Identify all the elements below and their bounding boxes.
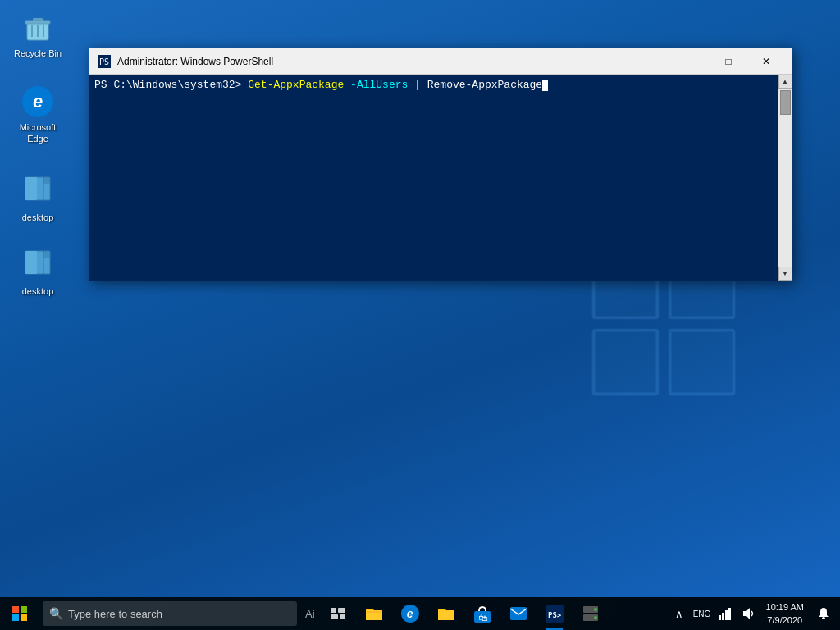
notification-icon: [818, 607, 829, 620]
recycle-bin-label: Recycle Bin: [14, 48, 62, 59]
ps-cursor: [542, 80, 548, 91]
svg-rect-46: [722, 613, 724, 620]
notification-button[interactable]: [810, 597, 837, 630]
ps-prompt: PS C:\Windows\system32>: [94, 79, 241, 91]
volume-icon[interactable]: [737, 597, 760, 630]
powershell-content: PS C:\Windows\system32> Get-AppxPackage …: [89, 75, 792, 281]
desktop-icon-file-1[interactable]: desktop: [8, 172, 67, 226]
taskbar-icon-store[interactable]: 🛍: [464, 597, 500, 630]
svg-rect-38: [510, 607, 527, 620]
desktop-icon-edge[interactable]: e MicrosoftEdge: [8, 82, 67, 148]
edge-taskbar-icon: e: [401, 605, 419, 623]
close-button[interactable]: ✕: [747, 48, 785, 75]
system-tray: ∧ ENG 10:19 AM 7/9/2020: [668, 597, 840, 630]
taskbar-icon-edge[interactable]: e: [392, 597, 428, 630]
file-explorer-icon-2: [437, 605, 455, 622]
language-label: ENG: [693, 609, 711, 619]
task-view-button[interactable]: [320, 597, 356, 630]
edge-label: MicrosoftEdge: [20, 121, 57, 145]
taskbar: 🔍 Type here to search Ai e: [0, 597, 840, 630]
powershell-title-icon: PS: [96, 53, 112, 70]
ps-command-main: Get-AppxPackage: [248, 79, 344, 91]
svg-rect-28: [12, 614, 19, 621]
edge-icon: e: [21, 85, 54, 118]
language-indicator[interactable]: ENG: [691, 597, 714, 630]
powershell-terminal[interactable]: PS C:\Windows\system32> Get-AppxPackage …: [89, 75, 778, 281]
search-box[interactable]: 🔍 Type here to search: [43, 601, 297, 626]
svg-text:PS>: PS>: [548, 611, 562, 619]
svg-rect-47: [725, 610, 728, 620]
powershell-title-text: Administrator: Windows PowerShell: [117, 56, 672, 67]
powershell-window: PS Administrator: Windows PowerShell — □…: [89, 48, 792, 281]
svg-rect-30: [331, 608, 336, 613]
svg-rect-27: [21, 606, 27, 613]
svg-rect-50: [822, 617, 825, 619]
svg-rect-20: [25, 251, 37, 274]
desktop-file-label-1: desktop: [22, 212, 54, 223]
maximize-button[interactable]: □: [710, 48, 747, 75]
svg-rect-7: [670, 331, 734, 395]
svg-rect-10: [33, 18, 43, 21]
svg-text:🛍: 🛍: [478, 613, 488, 623]
task-view-icon: [331, 608, 345, 619]
svg-rect-26: [12, 606, 19, 613]
svg-rect-31: [338, 608, 345, 613]
network-status-icon: [719, 607, 732, 620]
file-explorer-icon: [365, 605, 383, 622]
mail-icon: [509, 606, 527, 621]
svg-point-43: [594, 608, 597, 611]
scroll-thumb[interactable]: [780, 90, 791, 115]
taskbar-icon-powershell[interactable]: PS>: [536, 597, 573, 630]
windows-start-icon: [12, 606, 27, 621]
search-icon: 🔍: [49, 607, 63, 620]
taskbar-icon-file-explorer-2[interactable]: [428, 597, 464, 630]
powershell-titlebar[interactable]: PS Administrator: Windows PowerShell — □…: [89, 48, 792, 75]
file-icon-2: [21, 249, 54, 282]
volume-status-icon: [742, 607, 755, 620]
taskbar-icon-server-manager[interactable]: [573, 597, 609, 630]
ps-pipe: |: [414, 79, 421, 91]
clock-date: 7/9/2020: [767, 614, 802, 628]
window-controls: — □ ✕: [672, 48, 785, 75]
ai-copilot-label[interactable]: Ai: [300, 608, 320, 620]
svg-rect-45: [719, 615, 721, 620]
minimize-button[interactable]: —: [672, 48, 710, 75]
desktop-file-label-2: desktop: [22, 285, 54, 297]
ps-command-param: -AllUsers: [344, 79, 414, 91]
clock-time: 10:19 AM: [766, 600, 804, 614]
network-icon[interactable]: [714, 597, 737, 630]
svg-marker-49: [743, 608, 750, 619]
taskbar-icon-mail[interactable]: [500, 597, 536, 630]
chevron-up-icon: ∧: [675, 608, 683, 620]
svg-rect-15: [25, 177, 37, 200]
taskbar-icon-file-explorer[interactable]: [356, 597, 392, 630]
svg-rect-23: [43, 251, 50, 258]
svg-text:PS: PS: [99, 57, 109, 66]
svg-rect-35: [438, 610, 454, 620]
svg-rect-6: [594, 331, 658, 395]
file-icon-1: [21, 176, 54, 208]
ps-scrollbar[interactable]: ▲ ▼: [778, 75, 792, 281]
desktop-icon-file-2[interactable]: desktop: [8, 246, 67, 300]
search-placeholder-text: Type here to search: [68, 608, 162, 620]
desktop: Recycle Bin e MicrosoftEdge desktop: [0, 0, 840, 597]
desktop-icon-recycle-bin[interactable]: Recycle Bin: [8, 8, 67, 62]
system-clock[interactable]: 10:19 AM 7/9/2020: [760, 597, 810, 630]
svg-rect-33: [340, 614, 345, 619]
svg-rect-18: [43, 177, 50, 184]
scroll-down-arrow[interactable]: ▼: [778, 267, 792, 281]
svg-rect-29: [21, 614, 27, 621]
recycle-bin-icon: [21, 11, 54, 44]
svg-point-44: [594, 616, 597, 619]
svg-rect-48: [728, 608, 731, 620]
scroll-up-arrow[interactable]: ▲: [778, 75, 792, 89]
ps-command-second: Remove-AppxPackage: [421, 79, 542, 91]
powershell-taskbar-icon: PS>: [546, 605, 564, 623]
start-button[interactable]: [0, 597, 39, 630]
store-icon: 🛍: [473, 605, 491, 623]
scroll-track[interactable]: [778, 89, 792, 267]
server-manager-icon: [582, 605, 600, 623]
show-hidden-icons-button[interactable]: ∧: [668, 597, 691, 630]
svg-rect-32: [331, 614, 338, 619]
